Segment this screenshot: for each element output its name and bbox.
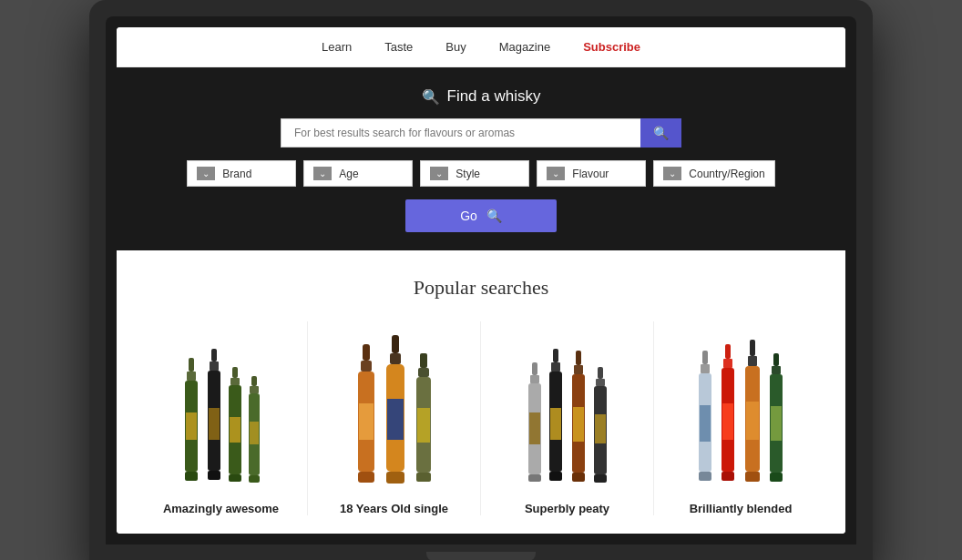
bottle-svg	[717, 344, 739, 485]
bottle-svg	[546, 349, 566, 485]
search-title-row: 🔍 Find a whisky	[153, 87, 809, 106]
svg-rect-61	[723, 359, 732, 368]
chevron-icon: ⌄	[197, 167, 215, 180]
svg-rect-33	[417, 408, 430, 443]
product-label-4: Brilliantly blended	[690, 494, 793, 515]
filter-style[interactable]: ⌄ Style	[420, 160, 529, 187]
product-col-4[interactable]: Brilliantly blended	[654, 321, 827, 515]
go-button-row: Go 🔍	[153, 199, 809, 232]
svg-rect-60	[725, 344, 731, 359]
svg-rect-69	[745, 472, 760, 482]
svg-rect-68	[746, 402, 759, 440]
search-submit-button[interactable]: 🔍	[640, 118, 681, 148]
svg-rect-1	[187, 372, 196, 381]
svg-rect-74	[770, 473, 783, 482]
filter-flavour[interactable]: ⌄ Flavour	[537, 160, 646, 187]
filter-brand[interactable]: ⌄ Brand	[187, 160, 296, 187]
bottle-svg	[412, 353, 435, 485]
svg-rect-56	[701, 364, 710, 373]
svg-rect-19	[249, 475, 260, 483]
nav-taste[interactable]: Taste	[384, 40, 413, 54]
svg-rect-6	[210, 361, 219, 371]
svg-rect-49	[572, 473, 585, 482]
svg-rect-40	[553, 349, 558, 362]
nav-subscribe[interactable]: Subscribe	[583, 40, 640, 54]
chevron-icon: ⌄	[313, 167, 332, 180]
filter-brand-label: Brand	[222, 168, 251, 180]
bottle-group-3	[490, 321, 644, 485]
bottle-svg	[695, 351, 715, 485]
svg-rect-63	[722, 403, 733, 440]
svg-rect-14	[229, 474, 241, 482]
svg-rect-39	[528, 474, 541, 482]
svg-rect-64	[722, 472, 734, 481]
popular-title: Popular searches	[135, 276, 827, 300]
product-label-1: Amazingly awesome	[163, 494, 279, 515]
product-label-2: 18 Years Old single	[340, 494, 448, 515]
svg-rect-15	[251, 376, 257, 386]
bottle-group-1	[144, 321, 298, 485]
product-col-1[interactable]: Amazingly awesome	[135, 321, 308, 515]
filter-flavour-label: Flavour	[572, 168, 609, 180]
svg-rect-70	[773, 353, 779, 366]
products-grid: Amazingly awesome	[135, 321, 827, 515]
svg-rect-43	[550, 408, 561, 440]
go-search-icon: 🔍	[486, 209, 502, 223]
search-title-text: Find a whisky	[447, 87, 541, 106]
laptop-foot	[426, 552, 536, 560]
svg-rect-24	[358, 472, 374, 483]
filter-row: ⌄ Brand ⌄ Age ⌄ Style ⌄ Flavour	[153, 160, 809, 187]
svg-rect-21	[361, 361, 372, 372]
svg-rect-30	[420, 353, 427, 368]
search-input[interactable]	[281, 118, 640, 148]
svg-rect-11	[230, 378, 240, 385]
bottle-svg	[568, 351, 589, 485]
nav-magazine[interactable]: Magazine	[499, 40, 550, 54]
product-col-2[interactable]: 18 Years Old single	[308, 321, 481, 515]
svg-rect-13	[230, 417, 240, 443]
product-col-3[interactable]: Superbly peaty	[481, 321, 654, 515]
go-button[interactable]: Go 🔍	[405, 199, 557, 232]
svg-rect-0	[189, 358, 194, 372]
svg-rect-45	[576, 351, 581, 365]
search-input-row: 🔍	[153, 118, 809, 148]
svg-rect-51	[596, 379, 605, 386]
nav-bar: Learn Taste Buy Magazine Subscribe	[117, 27, 845, 67]
search-section: 🔍 Find a whisky 🔍 ⌄ Brand ⌄	[117, 67, 845, 250]
bottle-group-2	[317, 321, 471, 485]
bottle-svg	[204, 349, 224, 485]
svg-rect-10	[232, 367, 238, 378]
svg-rect-46	[574, 365, 583, 374]
svg-rect-8	[209, 408, 220, 440]
svg-rect-4	[185, 472, 198, 481]
svg-rect-54	[594, 474, 607, 483]
svg-rect-34	[416, 473, 431, 482]
bottle-svg	[526, 362, 544, 485]
svg-rect-26	[390, 353, 401, 364]
svg-rect-3	[186, 412, 197, 440]
svg-rect-66	[748, 356, 757, 366]
bottle-svg	[180, 358, 202, 485]
filter-country-region[interactable]: ⌄ Country/Region	[653, 160, 774, 187]
svg-rect-41	[551, 362, 560, 372]
svg-rect-18	[250, 422, 259, 444]
bottle-svg	[353, 344, 379, 485]
filter-country-label: Country/Region	[689, 168, 764, 180]
popular-section: Popular searches	[117, 250, 845, 534]
svg-rect-48	[573, 407, 584, 442]
svg-rect-73	[771, 406, 782, 441]
nav-buy[interactable]: Buy	[445, 40, 466, 54]
screen-bezel: Learn Taste Buy Magazine Subscribe 🔍 Fin…	[106, 16, 856, 545]
svg-rect-28	[387, 399, 404, 440]
filter-age[interactable]: ⌄ Age	[303, 160, 413, 187]
bottle-group-4	[663, 321, 818, 485]
svg-rect-71	[772, 366, 781, 374]
svg-rect-20	[363, 344, 370, 361]
svg-rect-50	[598, 367, 603, 379]
search-input-wrapper: 🔍	[281, 118, 681, 148]
bottle-svg	[381, 335, 410, 485]
nav-learn[interactable]: Learn	[322, 40, 352, 54]
laptop-base	[106, 545, 856, 560]
svg-rect-36	[530, 375, 539, 383]
svg-rect-23	[359, 403, 374, 440]
